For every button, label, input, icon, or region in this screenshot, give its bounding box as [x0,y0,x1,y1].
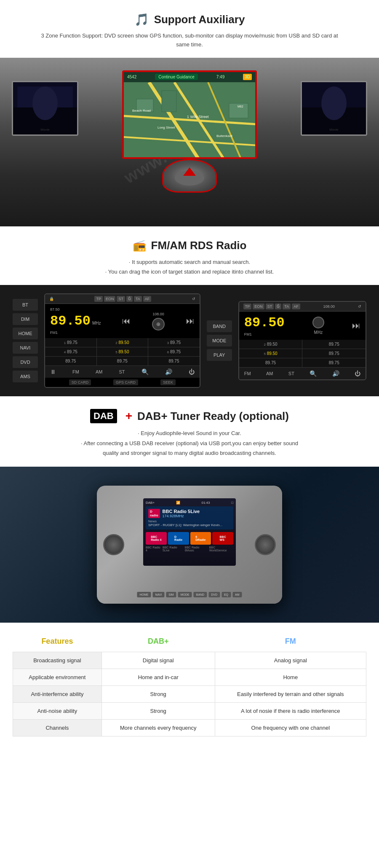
preset-s5[interactable]: 89.75 [239,358,302,367]
pause-button[interactable]: ⏸ [50,368,56,375]
th-fm: FM [215,631,366,652]
right-screen: Movie [302,82,366,134]
bt-button[interactable]: BT [13,299,38,311]
dim-button[interactable]: DIM [13,313,38,325]
mode-button[interactable]: MODE [207,335,232,347]
svg-text:Beach Road: Beach Road [132,109,151,113]
table-row: Anti-interfernce ability Strong Easily i… [13,685,366,702]
preset-s4[interactable]: 89.75 [302,349,366,358]
table-row: Channels More channels every frequency O… [13,719,366,736]
right-knob[interactable] [255,534,276,555]
gps-screen: 4542 Continue Guidance 7:49 3D [122,70,257,159]
play-button[interactable]: PLAY [207,349,232,361]
preset-6[interactable]: 6 89.75 [148,347,200,356]
volume-btn-2[interactable]: 🔊 [332,370,339,377]
search-button[interactable]: 🔍 [141,368,149,375]
dab-value: Strong [101,685,215,702]
preset-s1[interactable]: 2 89.50 [239,340,302,349]
st-btn-2[interactable]: ST [288,371,294,376]
right-side-buttons: BAND MODE PLAY [207,320,232,361]
fm-value: Analog signal [215,652,366,669]
sim-btn-dab[interactable]: SIM [166,592,176,597]
radio-top-bar: 🔒 TP EON ST G̈ TA AF ↺ [45,294,200,304]
radio-controls: ⏸ FM AM ST 🔍 🔊 ⏻ [45,365,200,378]
preset-5[interactable]: 5 89.50 [97,347,148,356]
comparison-section: Features DAB+ FM Broadcasting signal Dig… [0,623,379,749]
table-row: Anti-noise ability Strong A lot of nosie… [13,702,366,719]
preset-2[interactable]: 2 89.50 [97,338,148,347]
dab-logo: DAB [90,409,117,423]
gps-top-bar: 4542 Continue Guidance 7:49 3D [124,72,255,82]
feature-label: Anti-noise ability [13,702,102,719]
band-btn-dab[interactable]: BAND [194,592,207,597]
auxiliary-title: Support Auxiliary [154,13,245,26]
preset-1[interactable]: 1 89.75 [45,338,96,347]
next-button[interactable]: ⏭ [186,316,195,326]
preset-s2[interactable]: 89.75 [302,340,366,349]
svg-text:Movie: Movie [329,128,339,132]
fm-button[interactable]: FM [72,369,79,374]
svg-rect-7 [162,91,176,112]
preset-4[interactable]: 4 89.75 [45,347,96,356]
gps-display: 4542 Continue Guidance 7:49 3D [124,72,255,157]
preset-8[interactable]: 89.75 [97,357,148,365]
search-btn-2[interactable]: 🔍 [310,370,317,377]
prev-button[interactable]: ⏮ [122,316,131,326]
eq-btn-dab[interactable]: EQ [222,592,231,597]
ams-button[interactable]: AMS [13,371,38,382]
right-monitor: Movie [301,81,367,136]
feature-label: Channels [13,719,102,736]
st-button[interactable]: ST [119,369,125,374]
dab-screen: DAB+ 📶 01:43 □ Dradio BBC Radio 5Live 17… [143,498,236,566]
dab-value: Strong [101,702,215,719]
preset-s6[interactable]: 89.75 [302,358,366,367]
home-button[interactable]: HOME [13,328,38,339]
fm-value: Easily interfered by terrain and other s… [215,685,366,702]
band-button[interactable]: BAND [207,320,232,332]
am-btn-dab[interactable]: AM [232,592,242,597]
preset-s3[interactable]: 5 89.50 [239,349,302,358]
freq-left-section: 87.50 89.50 MHz FM1 [50,307,101,335]
svg-point-17 [32,86,58,120]
dab-value: More channels every frequency [101,719,215,736]
home-btn-dab[interactable]: HOME [137,592,151,597]
preset-9[interactable]: 89.75 [148,357,200,365]
th-features: Features [13,631,102,652]
dab-station-info: Dradio BBC Radio 5Live 174.928MHz News S… [146,506,233,529]
volume-button[interactable]: 🔊 [165,368,172,375]
auxiliary-icon: 🎵 [134,13,149,27]
navi-btn-dab[interactable]: NAVI [152,592,164,597]
seek-label[interactable]: SEEK [160,379,176,385]
radio-controls-2: FM AM ST 🔍 🔊 ⏻ [239,367,366,379]
radio-freq-display-2: 89.50 FM1 MHz ⏭ [239,312,366,340]
svg-point-22 [321,86,347,120]
dvd-button[interactable]: DVD [13,356,38,368]
am-button[interactable]: AM [96,369,103,374]
dab-screen-content: DAB+ 📶 01:43 □ Dradio BBC Radio 5Live 17… [143,498,236,566]
dvd-btn-dab[interactable]: DVD [208,592,220,597]
am-btn-2[interactable]: AM [266,371,273,376]
dab-value: Home and in-car [101,669,215,685]
mode-btn-dab[interactable]: MODE [178,592,192,597]
radio-image-section: BT DIM HOME NAVI DVD AMS 🔒 TP EON ST G̈ … [0,285,379,396]
comparison-table: Features DAB+ FM Broadcasting signal Dig… [13,631,366,736]
power-btn-2[interactable]: ⏻ [355,370,360,377]
fm-btn-2[interactable]: FM [244,371,251,376]
svg-text:1 Wile Street: 1 Wile Street [187,115,209,119]
preset-7[interactable]: 89.75 [45,357,96,365]
freq-left-section-2: 89.50 FM1 [244,315,285,336]
power-button[interactable]: ⏻ [189,368,195,375]
navi-button[interactable]: NAVI [13,342,38,354]
radio-presets: 1 89.75 2 89.50 3 89.75 4 89.75 5 89.50 … [45,338,200,365]
table-row: Applicable environment Home and in-car H… [13,669,366,685]
left-knob[interactable] [103,534,124,555]
sdcard-label[interactable]: SD CARD [69,379,91,385]
preset-3[interactable]: 3 89.75 [148,338,200,347]
radio-top-bar-2: TP EON ST G̈ TA AF 108.00 ↺ [239,302,366,312]
radio-presets-2: 2 89.50 89.75 5 89.50 89.75 89.75 89.75 [239,340,366,367]
fm-value: Home [215,669,366,685]
next-button-2[interactable]: ⏭ [352,321,360,331]
gpscard-label[interactable]: GPS CARD [113,379,138,385]
dab-screen-top: DAB+ 📶 01:43 □ [146,501,233,505]
left-monitor: Movie [12,81,78,136]
